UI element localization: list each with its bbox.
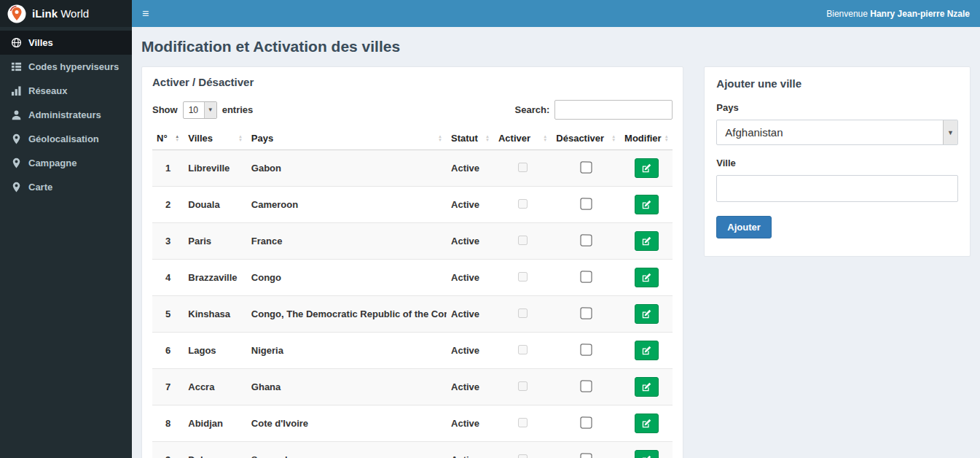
- edit-button[interactable]: [635, 195, 659, 214]
- sidebar-item-administrateurs[interactable]: Administrateurs: [0, 103, 132, 127]
- sidebar-item-codes-hyperviseurs[interactable]: Codes hyperviseurs: [0, 55, 132, 79]
- row-statut: Active: [447, 223, 494, 260]
- activer-checkbox[interactable]: [518, 454, 528, 458]
- row-pays: Congo, The Democratic Republic of the Co…: [247, 296, 447, 333]
- app-logo-icon: [7, 4, 26, 23]
- pin-icon: [11, 133, 22, 144]
- edit-icon: [642, 200, 651, 209]
- brand[interactable]: iLink World: [0, 0, 132, 27]
- edit-icon: [642, 163, 651, 173]
- desactiver-checkbox[interactable]: [580, 307, 592, 319]
- row-ville: Dakar: [184, 442, 247, 458]
- table-row: 9 Dakar Senegal Active: [152, 442, 673, 458]
- sort-icon[interactable]: ▲▼: [175, 135, 179, 142]
- sidebar-item-label: Administrateurs: [28, 109, 101, 120]
- column-header-statut[interactable]: Statut ▲▼: [447, 127, 494, 150]
- ville-label: Ville: [716, 158, 958, 168]
- column-header-label: Pays: [251, 133, 273, 144]
- column-header-label: N°: [157, 133, 168, 144]
- desactiver-checkbox[interactable]: [580, 380, 592, 392]
- column-header-villes[interactable]: Villes ▲▼: [184, 127, 247, 150]
- desactiver-checkbox[interactable]: [580, 198, 592, 209]
- sidebar-item-villes[interactable]: Villes: [0, 31, 132, 55]
- sidebar-item-campagne[interactable]: Campagne: [0, 151, 132, 175]
- edit-button[interactable]: [635, 414, 659, 433]
- sidebar-item-carte[interactable]: Carte: [0, 175, 132, 199]
- search-label: Search:: [515, 104, 550, 115]
- row-number: 9: [152, 442, 184, 458]
- column-header-activer[interactable]: Activer ▲▼: [494, 127, 552, 150]
- add-city-title: Ajouter une ville: [716, 77, 958, 90]
- desactiver-checkbox[interactable]: [580, 271, 592, 282]
- activer-checkbox[interactable]: [518, 163, 528, 172]
- row-number: 3: [152, 223, 184, 260]
- search-input[interactable]: [554, 100, 673, 120]
- column-header-label: Statut: [451, 133, 478, 144]
- desactiver-checkbox[interactable]: [580, 234, 592, 246]
- column-header-n[interactable]: N° ▲▼: [152, 127, 184, 150]
- row-pays: France: [247, 223, 447, 260]
- activer-checkbox[interactable]: [518, 272, 528, 282]
- desactiver-checkbox[interactable]: [580, 453, 592, 458]
- row-number: 8: [152, 405, 184, 442]
- edit-button[interactable]: [635, 268, 659, 287]
- edit-button[interactable]: [635, 304, 659, 324]
- column-header-label: Désactiver: [556, 133, 604, 144]
- row-ville: Paris: [184, 223, 247, 260]
- sort-icon[interactable]: ▲▼: [543, 135, 547, 142]
- activer-checkbox[interactable]: [518, 236, 528, 245]
- hamburger-icon[interactable]: ≡: [142, 8, 149, 20]
- row-ville: Brazzaville: [184, 260, 247, 296]
- ville-input[interactable]: [716, 175, 958, 202]
- sidebar-item-label: Villes: [28, 37, 53, 48]
- column-header-d-sactiver[interactable]: Désactiver ▲▼: [552, 127, 620, 150]
- sidebar-item-g-olocalisation[interactable]: Géolocalisation: [0, 127, 132, 151]
- desactiver-checkbox[interactable]: [580, 344, 592, 355]
- column-header-modifier[interactable]: Modifier ▲▼: [620, 127, 673, 150]
- sidebar-item-label: Géolocalisation: [28, 133, 99, 144]
- sort-icon[interactable]: ▲▼: [485, 135, 490, 142]
- edit-button[interactable]: [635, 231, 659, 251]
- table-row: 8 Abidjan Cote d'Ivoire Active: [152, 405, 673, 442]
- sort-icon[interactable]: ▲▼: [238, 135, 243, 142]
- row-pays: Congo: [247, 260, 447, 296]
- desactiver-checkbox[interactable]: [580, 416, 592, 428]
- table-row: 6 Lagos Nigeria Active: [152, 333, 673, 369]
- sort-icon[interactable]: ▲▼: [611, 135, 616, 142]
- row-ville: Douala: [184, 187, 247, 223]
- column-header-pays[interactable]: Pays ▲▼: [247, 127, 447, 150]
- sort-icon[interactable]: ▲▼: [665, 135, 669, 142]
- activer-checkbox[interactable]: [518, 308, 528, 318]
- page-length-select[interactable]: 10: [183, 101, 217, 119]
- entries-label: entries: [222, 104, 254, 115]
- desactiver-checkbox[interactable]: [580, 161, 592, 173]
- sidebar-item-label: Campagne: [28, 158, 77, 168]
- table-body: 1 Libreville Gabon Active 2 Douala Camer…: [152, 150, 673, 458]
- chart-icon: [11, 85, 22, 96]
- sidebar-item-r-seaux[interactable]: Réseaux: [0, 79, 132, 103]
- activer-checkbox[interactable]: [518, 381, 528, 391]
- row-pays: Senegal: [247, 442, 447, 458]
- edit-button[interactable]: [635, 158, 659, 178]
- column-header-label: Villes: [188, 133, 213, 144]
- page-title: Modification et Activation des villes: [141, 38, 971, 55]
- ajouter-button[interactable]: Ajouter: [716, 216, 772, 238]
- activation-panel: Activer / Désactiver Show 10 ▼ entries S…: [141, 66, 683, 458]
- activer-checkbox[interactable]: [518, 199, 528, 209]
- pays-select[interactable]: Afghanistan: [716, 120, 958, 145]
- row-statut: Active: [447, 150, 494, 187]
- sort-icon[interactable]: ▲▼: [438, 135, 442, 142]
- add-city-panel: Ajouter une ville Pays Afghanistan ▼ Vil…: [704, 66, 971, 257]
- activer-checkbox[interactable]: [518, 345, 528, 354]
- edit-button[interactable]: [635, 377, 659, 397]
- edit-button[interactable]: [635, 341, 659, 360]
- edit-button[interactable]: [635, 450, 659, 458]
- edit-icon: [642, 273, 651, 282]
- row-statut: Active: [447, 333, 494, 369]
- activation-panel-title: Activer / Désactiver: [152, 76, 673, 88]
- pays-label: Pays: [716, 102, 958, 113]
- activer-checkbox[interactable]: [518, 418, 528, 427]
- edit-icon: [642, 455, 651, 458]
- row-ville: Libreville: [184, 150, 247, 187]
- row-ville: Lagos: [184, 333, 247, 369]
